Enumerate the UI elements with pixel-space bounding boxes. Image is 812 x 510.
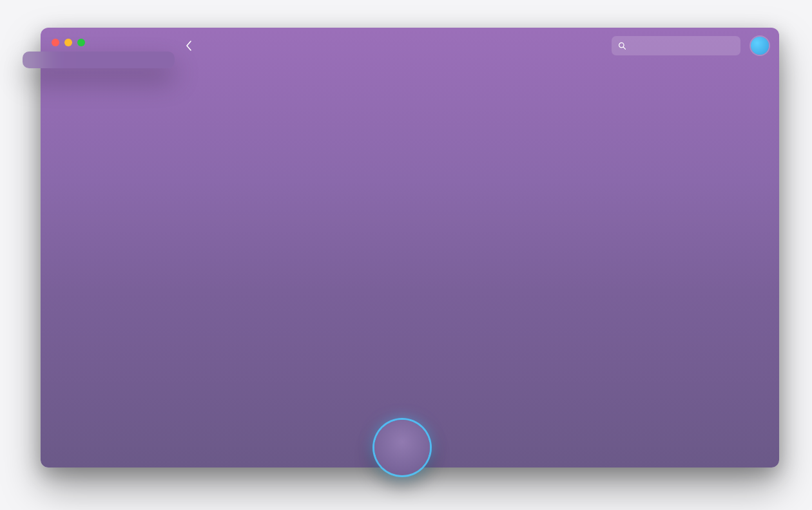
quit-button[interactable]: [374, 420, 430, 475]
maximize-window-button[interactable]: [77, 39, 85, 46]
search-input[interactable]: [631, 41, 734, 51]
category-column: [188, 65, 465, 74]
window-controls: [52, 39, 85, 46]
chevron-left-icon: [186, 41, 191, 51]
back-button[interactable]: [186, 41, 195, 51]
app-window: [41, 28, 779, 468]
minimize-window-button[interactable]: [64, 39, 72, 46]
sidebar: [23, 52, 175, 68]
detail-column: [443, 65, 768, 83]
close-window-button[interactable]: [52, 39, 59, 46]
account-avatar[interactable]: [751, 37, 769, 55]
sort-categories-button[interactable]: [188, 65, 465, 74]
search-icon: [618, 41, 626, 50]
svg-line-1: [623, 47, 625, 49]
top-bar: [186, 34, 769, 57]
search-field[interactable]: [612, 36, 740, 55]
action-area: [374, 420, 445, 475]
